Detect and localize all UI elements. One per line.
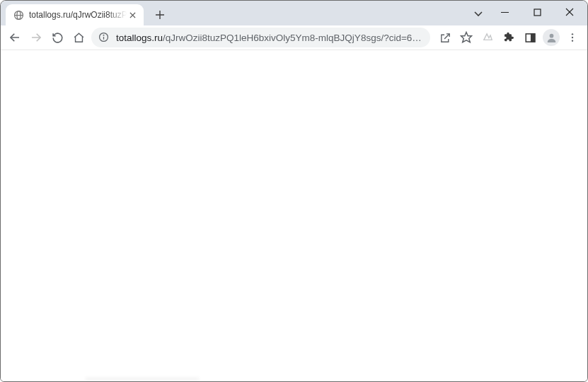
tab-title: totallogs.ru/qJrwOzii8tuzPQ1leH	[29, 10, 127, 20]
profile-button[interactable]	[541, 28, 562, 47]
svg-rect-19	[531, 33, 534, 41]
svg-point-15	[103, 35, 104, 35]
svg-point-21	[572, 33, 573, 35]
svg-rect-8	[534, 9, 541, 16]
url-host: totallogs.ru	[116, 33, 163, 43]
url-path: /qJrwOzii8tuzPQ1leH6bxivOly5Ym8-mlqBJQjY…	[163, 33, 425, 43]
tab-close-button[interactable]	[127, 9, 138, 21]
decorative-shadow	[86, 377, 199, 381]
send-to-devices-icon[interactable]	[477, 28, 498, 47]
window-close-button[interactable]	[553, 1, 586, 23]
site-info-icon[interactable]	[98, 32, 110, 43]
browser-tab[interactable]: totallogs.ru/qJrwOzii8tuzPQ1leH	[6, 4, 144, 25]
new-tab-button[interactable]	[150, 5, 170, 25]
side-panel-button[interactable]	[519, 28, 541, 47]
home-button[interactable]	[69, 28, 88, 47]
tab-search-button[interactable]	[468, 5, 489, 22]
back-button[interactable]	[5, 28, 25, 47]
page-content	[1, 50, 587, 381]
svg-point-20	[549, 33, 553, 37]
bookmark-button[interactable]	[456, 28, 477, 47]
address-bar[interactable]: totallogs.ru/qJrwOzii8tuzPQ1leH6bxivOly5…	[91, 28, 430, 47]
avatar-icon	[543, 29, 560, 46]
svg-point-23	[572, 40, 573, 41]
window-minimize-button[interactable]	[488, 1, 521, 23]
extensions-button[interactable]	[498, 28, 519, 47]
forward-button	[26, 28, 46, 47]
svg-marker-16	[461, 33, 472, 42]
share-button[interactable]	[434, 28, 456, 47]
globe-icon	[13, 9, 24, 21]
reload-button[interactable]	[47, 28, 67, 47]
svg-point-22	[572, 37, 573, 38]
window-maximize-button[interactable]	[521, 1, 553, 23]
menu-button[interactable]	[562, 28, 583, 47]
